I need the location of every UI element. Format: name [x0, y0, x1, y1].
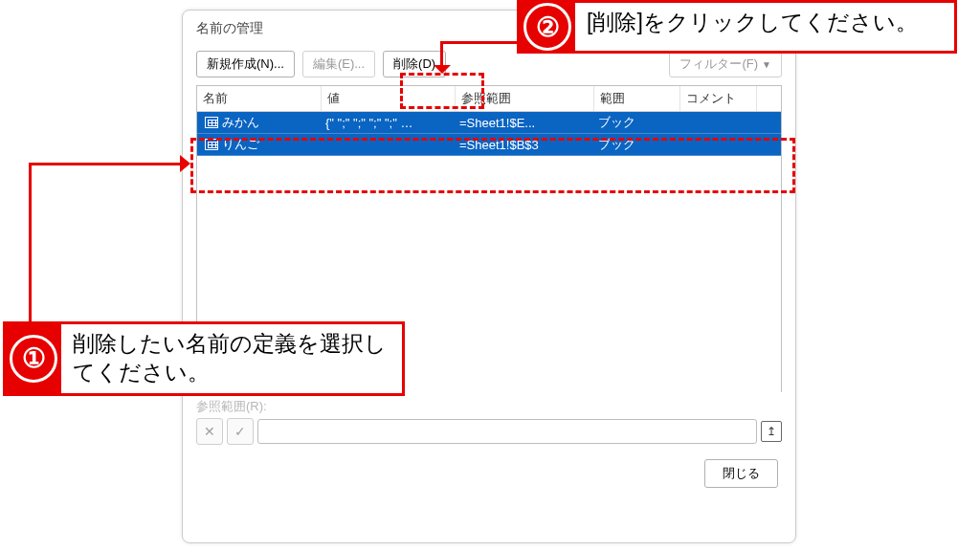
filter-label: フィルター(F) [679, 55, 758, 73]
annotation-number-2: ② [520, 3, 575, 51]
cell-scope: ブック [594, 136, 680, 153]
annotation-callout-2: ② [削除]をクリックしてください。 [517, 0, 957, 54]
edit-button: 編集(E)... [302, 51, 375, 77]
filter-button[interactable]: フィルター(F) ▼ [669, 51, 782, 77]
cell-name: みかん [218, 114, 322, 131]
annotation-arrow [440, 41, 517, 44]
annotation-text-2: [削除]をクリックしてください。 [575, 3, 954, 51]
table-row[interactable]: りんご =Sheet1!$B$3 ブック [197, 134, 781, 156]
defined-name-icon [205, 139, 218, 150]
annotation-arrow [440, 41, 443, 68]
col-value[interactable]: 値 [322, 86, 456, 111]
chevron-down-icon: ▼ [762, 59, 771, 70]
table-header: 名前 値 参照範囲 範囲 コメント [197, 86, 781, 112]
cell-scope: ブック [594, 114, 680, 131]
cell-ref: =Sheet1!$B$3 [456, 138, 594, 152]
ref-range-label: 参照範囲(R): [196, 398, 782, 415]
cell-value: {" ";" ";" ";" ";" … [322, 116, 456, 130]
confirm-ref-button: ✓ [227, 418, 254, 445]
close-button[interactable]: 閉じる [704, 459, 778, 488]
new-button[interactable]: 新規作成(N)... [196, 51, 295, 77]
col-name[interactable]: 名前 [197, 86, 322, 111]
annotation-arrowhead [434, 65, 451, 74]
annotation-callout-1: ① 削除したい名前の定義を選択してください。 [3, 321, 405, 396]
annotation-number-1: ① [6, 324, 61, 393]
col-ref[interactable]: 参照範囲 [456, 86, 594, 111]
annotation-arrow [29, 163, 182, 165]
dialog-footer: 閉じる [183, 453, 795, 488]
cancel-ref-button: ✕ [196, 418, 223, 445]
table-row[interactable]: みかん {" ";" ";" ";" ";" … =Sheet1!$E... ブ… [197, 112, 781, 134]
ref-range-input[interactable] [257, 419, 757, 444]
annotation-arrow [29, 163, 32, 323]
name-manager-dialog: 名前の管理 ✕ 新規作成(N)... 編集(E)... 削除(D) フィルター(… [182, 10, 796, 543]
collapse-dialog-icon[interactable]: ↥ [761, 421, 782, 442]
annotation-arrowhead [180, 155, 190, 172]
col-scope[interactable]: 範囲 [594, 86, 680, 111]
col-comment[interactable]: コメント [680, 86, 757, 111]
ref-range-row: ✕ ✓ ↥ [196, 417, 782, 446]
defined-name-icon [205, 117, 218, 128]
cell-name: りんご [218, 136, 322, 153]
annotation-text-1: 削除したい名前の定義を選択してください。 [61, 324, 402, 393]
cell-ref: =Sheet1!$E... [456, 116, 594, 130]
